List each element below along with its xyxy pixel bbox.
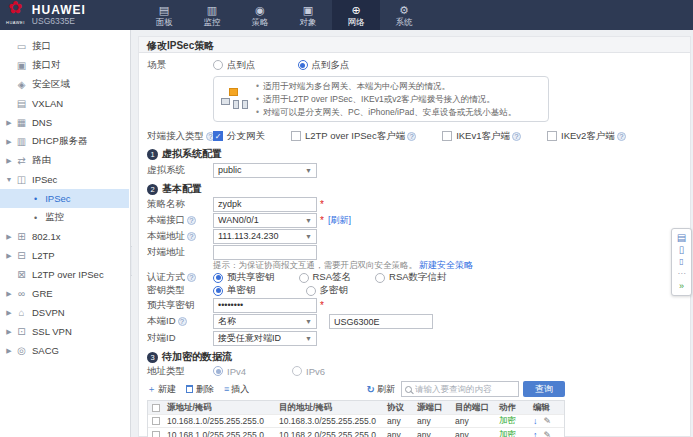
scene-info-box: 适用于对端为多台网关、本端为中心网关的情况。 适用于L2TP over IPSe…: [213, 76, 549, 122]
delete-button[interactable]: 删除: [186, 383, 214, 396]
sidebar-item-l2tp-over-ipsec[interactable]: ⊠L2TP over IPSec: [0, 265, 130, 284]
local-id-value-input[interactable]: [329, 314, 433, 329]
phone-icon[interactable]: ▯: [679, 256, 683, 268]
main-nav: ▤面板 ▥监控 ◉策略 ▣对象 ⊕网络 ⚙系统: [140, 0, 428, 30]
nav-object[interactable]: ▣对象: [284, 0, 332, 30]
nav-dashboard[interactable]: ▤面板: [140, 0, 188, 30]
dhcp-server-icon: ▥: [14, 136, 29, 147]
query-button[interactable]: 查询: [523, 381, 565, 397]
sidebar-item-ipsec-monitor[interactable]: •监控: [0, 208, 130, 227]
pc-icon[interactable]: ▤: [677, 232, 686, 244]
help-icon[interactable]: ?: [187, 232, 196, 241]
rsa-envelope-radio[interactable]: RSA数字信封: [375, 271, 447, 284]
help-icon[interactable]: ?: [178, 317, 187, 326]
radio-icon: [213, 286, 223, 296]
sidebar-item-sacg[interactable]: ▶◎SACG: [0, 341, 130, 360]
single-key-radio[interactable]: 单密钥: [213, 284, 256, 297]
sidebar-item-vxlan[interactable]: ▤VXLAN: [0, 94, 130, 113]
nav-system[interactable]: ⚙系统: [380, 0, 428, 30]
psk-radio[interactable]: 预共享密钥: [213, 271, 275, 284]
scene-p2p-radio[interactable]: 点到点: [213, 59, 256, 72]
ipv6-radio[interactable]: IPv6: [292, 366, 325, 377]
vsys-label: 虚拟系统: [147, 164, 213, 177]
edit-icon[interactable]: ✎: [544, 416, 552, 426]
help-icon[interactable]: ?: [407, 132, 416, 141]
sidebar-item-interface-pair[interactable]: ▣接口对: [0, 56, 130, 75]
ikev2-client-checkbox[interactable]: IKEv2客户端?: [547, 130, 626, 143]
peer-id-select[interactable]: 接受任意对端ID▼: [213, 331, 317, 346]
ikev1-client-checkbox[interactable]: IKEv1客户端?: [442, 130, 521, 143]
sidebar-item-route[interactable]: ▶⇄路由: [0, 151, 130, 170]
edit-icon[interactable]: ✎: [544, 430, 552, 437]
section-vsys-config: 1 虚拟系统配置: [147, 147, 682, 161]
nav-policy[interactable]: ◉策略: [236, 0, 284, 30]
ipv4-radio[interactable]: IPv4: [213, 366, 246, 377]
sidebar-item-ssl-vpn[interactable]: ▶⊡SSL VPN: [0, 322, 130, 341]
sidebar-item-dsvpn[interactable]: ▶⌂DSVPN: [0, 303, 130, 322]
policy-name-input[interactable]: [213, 197, 317, 212]
refresh-interface-link[interactable]: [刷新]: [328, 214, 351, 227]
sidebar-item-ipsec[interactable]: ▼◫IPSec: [0, 170, 130, 189]
sidebar-item-l2tp[interactable]: ▶⊟L2TP: [0, 246, 130, 265]
sidebar-item-interface[interactable]: ▭接口: [0, 37, 130, 56]
l2tp-over-ipsec-client-checkbox[interactable]: L2TP over IPSec客户端?: [291, 130, 416, 143]
local-interface-select[interactable]: WAN0/0/1▼: [213, 213, 317, 228]
radio-icon: [213, 60, 223, 70]
sacg-icon: ◎: [14, 345, 29, 356]
select-all-checkbox[interactable]: [152, 404, 160, 412]
help-icon[interactable]: ?: [187, 273, 196, 282]
search-input[interactable]: [415, 384, 518, 394]
interface-pair-icon: ▣: [14, 60, 29, 71]
peer-address-input[interactable]: [213, 245, 317, 260]
scene-p2mp-radio[interactable]: 点到多点: [298, 59, 350, 72]
local-address-select[interactable]: 111.113.24.230▼: [213, 229, 317, 244]
info-bullet: 适用于L2TP over IPSec、IKEv1或v2客户端拨号接入的情况。: [256, 93, 516, 106]
expand-widget-icon[interactable]: »: [679, 280, 684, 292]
chevron-down-icon: ▼: [305, 318, 312, 325]
move-up-icon[interactable]: ↑: [533, 430, 538, 437]
help-icon[interactable]: ?: [512, 132, 521, 141]
radio-icon: [375, 273, 385, 283]
sidebar-item-security-zone[interactable]: ◈安全区域: [0, 75, 130, 94]
local-id-label: 本端ID?: [147, 315, 213, 328]
row-checkbox[interactable]: [152, 431, 160, 437]
checkbox-icon: [291, 131, 301, 141]
table-header-row: 源地址/掩码 目的地址/掩码 协议 源端口 目的端口 动作 编辑: [148, 401, 564, 415]
refresh-button[interactable]: ↻刷新: [367, 383, 395, 396]
ssl-vpn-icon: ⊡: [14, 326, 29, 337]
expand-arrow-icon: ▶: [0, 233, 14, 241]
local-id-type-select[interactable]: 名称▼: [213, 314, 317, 329]
create-button[interactable]: ＋新建: [147, 383, 176, 396]
sidebar-item-dns[interactable]: ▶▦DNS: [0, 113, 130, 132]
sidebar-item-gre[interactable]: ▶∞GRE: [0, 284, 130, 303]
dsvpn-icon: ⌂: [14, 307, 29, 318]
help-icon[interactable]: ?: [187, 216, 196, 225]
radio-icon: [292, 366, 302, 376]
tablet-icon[interactable]: ▯: [679, 244, 685, 256]
peer-access-label: 对端接入类型?: [147, 130, 213, 143]
help-icon[interactable]: ?: [617, 132, 626, 141]
chevron-down-icon: ▼: [305, 217, 312, 224]
local-interface-label: 本端接口?: [147, 214, 213, 227]
sidebar-item-8021x[interactable]: ▶⊞802.1x: [0, 227, 130, 246]
more-dots-icon: ⋯: [678, 268, 686, 280]
rsa-signature-radio[interactable]: RSA签名: [299, 271, 352, 284]
branch-gateway-checkbox[interactable]: ✓分支网关: [213, 130, 265, 143]
nav-network[interactable]: ⊕网络: [332, 0, 380, 30]
vsys-select[interactable]: public▼: [213, 163, 317, 178]
move-down-icon[interactable]: ↓: [533, 416, 538, 426]
expand-arrow-icon: ▶: [0, 309, 14, 317]
insert-button[interactable]: ≡插入: [224, 383, 249, 396]
row-checkbox[interactable]: [152, 417, 160, 425]
chevron-down-icon: ▼: [305, 335, 312, 342]
dns-icon: ▦: [14, 117, 29, 128]
sidebar-item-ipsec-sub[interactable]: •IPSec: [0, 189, 129, 208]
gear-icon: ⚙: [399, 4, 409, 16]
nav-monitor[interactable]: ▥监控: [188, 0, 236, 30]
object-icon: ▣: [303, 4, 313, 16]
sidebar-item-dhcp-server[interactable]: ▶▥DHCP服务器: [0, 132, 130, 151]
dot1x-icon: ⊞: [14, 231, 29, 242]
brand-name: HUAWEI: [32, 4, 86, 16]
multi-key-radio[interactable]: 多密钥: [306, 284, 349, 297]
psk-input[interactable]: [213, 298, 317, 313]
